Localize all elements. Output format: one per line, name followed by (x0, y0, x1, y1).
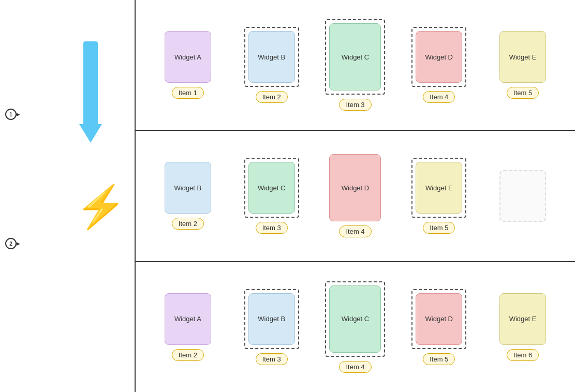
arrow-head (79, 124, 102, 143)
widget-a-box-r3: Widget A (165, 293, 211, 345)
dashed-group-b: Widget B (244, 27, 299, 87)
widget-e-box-r3: Widget E (499, 293, 546, 345)
item-label-5: Item 5 (507, 87, 539, 99)
item-label-2: Item 2 (256, 91, 288, 103)
step-2-indicator: 2 (5, 238, 17, 249)
item-label-r2-3: Item 4 (339, 225, 371, 237)
widget-c-box-r2: Widget C (248, 162, 295, 214)
row1-col2: Widget B Item 2 (230, 27, 314, 103)
row2-col1: Widget B Item 2 (146, 162, 230, 230)
widget-e-box-r2: Widget E (416, 162, 462, 214)
widget-c-box-r3: Widget C (329, 285, 381, 353)
item-label-r3-5: Item 6 (507, 349, 539, 361)
row-1: Widget A Item 1 Widget B Item 2 Widget C… (136, 0, 575, 131)
widget-c-box: Widget C (329, 23, 381, 91)
row3-col2: Widget B Item 3 (230, 289, 314, 365)
item-label-r2-2: Item 3 (256, 222, 288, 234)
widget-b-box-r2: Widget B (165, 162, 211, 214)
item-label-r2-4: Item 5 (423, 222, 455, 234)
dashed-group-d: Widget D (411, 27, 466, 87)
row2-col5 (481, 170, 565, 222)
item-label-4: Item 4 (423, 91, 455, 103)
widget-d-box: Widget D (416, 31, 462, 83)
lightning-bolt-icon: ⚡ (75, 186, 127, 228)
dashed-group-b-r3: Widget B (244, 289, 299, 349)
widget-empty-box-r2 (499, 170, 546, 222)
item-label-r3-4: Item 5 (423, 353, 455, 365)
right-panel: Widget A Item 1 Widget B Item 2 Widget C… (135, 0, 575, 392)
item-label-3: Item 3 (339, 99, 371, 111)
widget-d-box-r3: Widget D (416, 293, 462, 345)
widget-d-box-r2: Widget D (329, 154, 381, 221)
left-panel: 1 2 ⚡ (0, 0, 135, 392)
row2-col2: Widget C Item 3 (230, 158, 314, 234)
row1-col1: Widget A Item 1 (146, 31, 230, 99)
row3-col4: Widget D Item 5 (397, 289, 481, 365)
row1-col5: Widget E Item 5 (481, 31, 565, 99)
item-label-r3-3: Item 4 (339, 361, 371, 373)
row2-col3: Widget D Item 4 (314, 154, 397, 237)
item-label-1: Item 1 (172, 87, 204, 99)
dashed-group-c-r3: Widget C (325, 281, 385, 357)
dashed-group-d-r3: Widget D (411, 289, 466, 349)
widget-e-box: Widget E (499, 31, 546, 83)
step-1-indicator: 1 (5, 109, 17, 120)
widget-b-box-r3: Widget B (248, 293, 295, 345)
widget-a-box: Widget A (165, 31, 211, 83)
dashed-group-c: Widget C (325, 19, 385, 95)
arrow-body (83, 41, 98, 124)
row-2: Widget B Item 2 Widget C Item 3 Widget D… (136, 131, 575, 262)
row2-col4: Widget E Item 5 (397, 158, 481, 234)
main-container: 1 2 ⚡ Widget A Item 1 Widget B Item 2 (0, 0, 575, 392)
blue-down-arrow (78, 41, 104, 145)
row3-col3: Widget C Item 4 (314, 281, 397, 373)
row3-col1: Widget A Item 2 (146, 293, 230, 361)
row-3: Widget A Item 2 Widget B Item 3 Widget C… (136, 262, 575, 392)
item-label-r3-2: Item 3 (256, 353, 288, 365)
row1-col3: Widget C Item 3 (314, 19, 397, 111)
widget-b-box: Widget B (248, 31, 295, 83)
row3-col5: Widget E Item 6 (481, 293, 565, 361)
item-label-r3-1: Item 2 (172, 349, 204, 361)
dashed-group-e-r2: Widget E (411, 158, 466, 218)
item-label-r2-1: Item 2 (172, 218, 204, 230)
row1-col4: Widget D Item 4 (397, 27, 481, 103)
dashed-group-c-r2: Widget C (244, 158, 299, 218)
